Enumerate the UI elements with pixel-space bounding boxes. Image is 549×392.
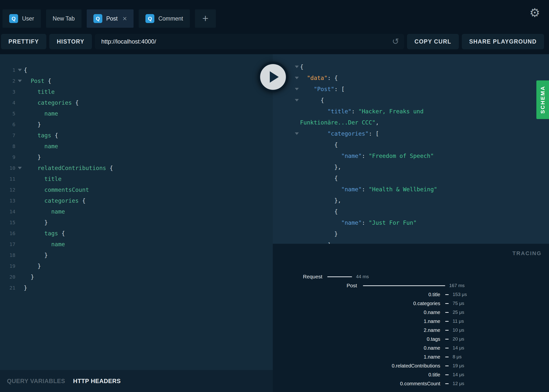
query-code-line[interactable]: 12 commentsCount <box>0 184 273 195</box>
fold-arrow-icon[interactable] <box>294 66 300 68</box>
http-headers-tab[interactable]: HTTP HEADERS <box>73 378 121 385</box>
history-button[interactable]: HISTORY <box>49 34 92 49</box>
code-token: commentsCount <box>24 187 89 193</box>
query-code-line[interactable]: 1{ <box>0 65 273 75</box>
tab-comment[interactable]: Q Comment <box>139 9 190 28</box>
fold-arrow-icon[interactable] <box>294 132 300 135</box>
code-token: "Hacker, Freaks und <box>358 108 423 115</box>
schema-tab-label: SCHEMA <box>540 86 546 114</box>
query-code-line[interactable]: 15 } <box>0 217 273 228</box>
query-code-line[interactable]: 9 } <box>0 152 273 163</box>
trace-bar <box>363 285 445 286</box>
reload-icon[interactable]: ↺ <box>392 36 399 46</box>
code-token: "Freedom of Speech" <box>369 153 434 159</box>
query-code-line[interactable]: 17 name <box>0 239 273 250</box>
code-token: "Post" <box>300 86 334 92</box>
share-playground-button[interactable]: SHARE PLAYGROUND <box>462 34 544 49</box>
code-text: categories { <box>24 99 79 106</box>
query-code-line[interactable]: 20 } <box>0 271 273 282</box>
trace-label: 0.name <box>273 345 440 351</box>
response-viewer: { "data": { "Post": [ { "title": "Hacker… <box>273 54 549 244</box>
code-text: { <box>24 67 27 73</box>
fold-arrow-icon[interactable] <box>16 69 24 71</box>
editor-bottom-bar: QUERY VARIABLES HTTP HEADERS <box>0 370 273 392</box>
trace-bar <box>445 383 449 384</box>
query-editor[interactable]: 1{2 Post {3 title4 categories {5 name6 }… <box>0 54 273 370</box>
fold-arrow-icon[interactable] <box>294 99 300 101</box>
trace-row: 0.commentsCount12 μs <box>273 379 549 388</box>
trace-row: 0.relatedContributions19 μs <box>273 361 549 370</box>
code-text: "Post": [ <box>300 86 345 92</box>
fold-arrow-icon[interactable] <box>294 77 300 79</box>
settings-gear-icon[interactable]: ⚙ <box>529 7 540 19</box>
code-token: { <box>75 99 79 106</box>
line-number: 8 <box>0 143 16 149</box>
trace-label: 2.name <box>273 327 440 333</box>
query-code-line[interactable]: 13 categories { <box>0 195 273 206</box>
query-code-line[interactable]: 10 relatedContributions { <box>0 163 273 173</box>
line-number: 15 <box>0 220 16 225</box>
url-input[interactable] <box>95 34 404 49</box>
code-token: "Just For Fun" <box>369 220 417 226</box>
response-code-line: { <box>273 206 549 217</box>
code-token: "data" <box>300 75 328 81</box>
query-code-line[interactable]: 8 name <box>0 141 273 152</box>
query-code-line[interactable]: 4 categories { <box>0 97 273 108</box>
code-token: { <box>300 142 338 148</box>
query-code-line[interactable]: 5 name <box>0 108 273 119</box>
query-code-line[interactable]: 7 tags { <box>0 130 273 141</box>
code-token: } <box>24 252 48 258</box>
code-text: name <box>24 241 65 247</box>
line-number: 2 <box>0 78 16 84</box>
tab-new-tab[interactable]: New Tab <box>46 9 82 28</box>
code-text: { <box>300 175 338 181</box>
trace-label: 0.title <box>273 292 440 297</box>
tab-user[interactable]: Q User <box>2 9 41 28</box>
query-code-line[interactable]: 2 Post { <box>0 75 273 86</box>
fold-arrow-icon[interactable] <box>16 167 24 169</box>
line-number: 4 <box>0 100 16 106</box>
code-text: } <box>24 219 48 226</box>
code-text: "title": "Hacker, Freaks und <box>300 108 424 115</box>
trace-bar <box>445 357 449 357</box>
code-token: } <box>24 154 41 160</box>
query-code-line[interactable]: 21} <box>0 282 273 293</box>
copy-curl-button[interactable]: COPY CURL <box>407 34 459 49</box>
trace-bar <box>445 330 449 331</box>
trace-label: Request <box>273 274 322 280</box>
code-text: name <box>24 208 65 215</box>
prettify-button[interactable]: PRETTIFY <box>1 34 46 49</box>
query-code-line[interactable]: 3 title <box>0 86 273 97</box>
new-tab-button[interactable]: + <box>195 9 216 28</box>
query-code-line[interactable]: 6 } <box>0 119 273 130</box>
trace-label: 0.categories <box>273 301 440 306</box>
tab-bar: Q User New Tab Q Post × Q Comment + <box>2 9 216 28</box>
code-text: title <box>24 89 55 95</box>
line-number: 18 <box>0 252 16 258</box>
query-code-line[interactable]: 11 title <box>0 173 273 184</box>
query-code-line[interactable]: 18 } <box>0 250 273 261</box>
tab-post[interactable]: Q Post × <box>87 9 134 28</box>
close-tab-icon[interactable]: × <box>123 15 127 22</box>
code-token: categories <box>24 197 82 204</box>
code-token: { <box>300 97 324 103</box>
trace-field-rows: 0.title153 μs0.categories75 μs0.name25 μ… <box>273 290 549 388</box>
response-code-line: "Post": [ <box>273 83 549 95</box>
query-variables-tab[interactable]: QUERY VARIABLES <box>7 378 65 385</box>
fold-arrow-icon[interactable] <box>294 88 300 90</box>
trace-bar <box>445 348 449 348</box>
code-text: relatedContributions { <box>24 165 113 171</box>
execute-query-button[interactable] <box>258 62 288 92</box>
query-code-line[interactable]: 19 } <box>0 261 273 271</box>
code-text: } <box>24 252 48 258</box>
code-token: "name" <box>300 186 362 193</box>
trace-time: 44 ms <box>356 274 369 279</box>
query-code-line[interactable]: 14 name <box>0 206 273 217</box>
line-number: 16 <box>0 230 16 236</box>
trace-row: 0.categories75 μs <box>273 299 549 308</box>
trace-label: Post <box>273 283 357 289</box>
schema-tab[interactable]: SCHEMA <box>536 80 549 119</box>
query-code-line[interactable]: 16 tags { <box>0 228 273 239</box>
fold-arrow-icon[interactable] <box>16 80 24 82</box>
code-text: } <box>24 121 41 128</box>
